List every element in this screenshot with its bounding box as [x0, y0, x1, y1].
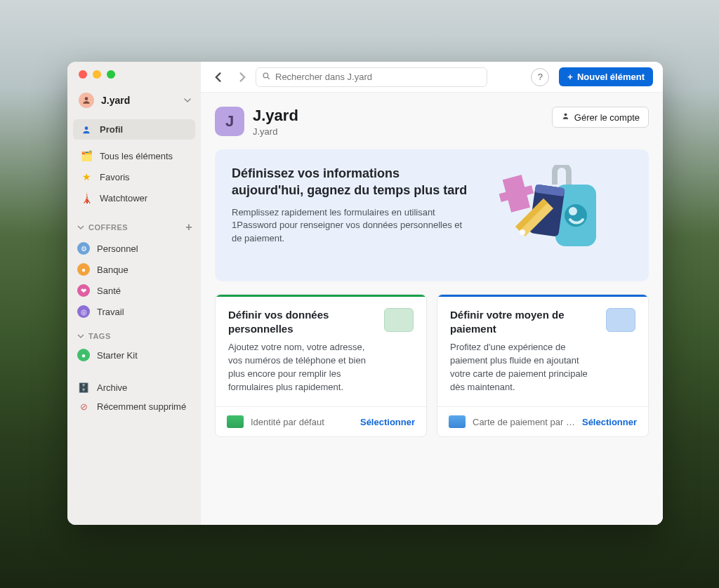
app-window: J.yard Profil 🗂️ Tous les éléments — [67, 62, 663, 525]
sidebar-item-favorites[interactable]: ★ Favoris — [73, 166, 195, 187]
help-icon: ? — [538, 72, 543, 82]
tag-item-starter-kit[interactable]: ● Starter Kit — [67, 345, 201, 366]
content-area: J J.yard J.yard Gérer le compte — [201, 93, 663, 525]
tag-label: Starter Kit — [97, 350, 138, 361]
sidebar-label: Archive — [97, 382, 127, 393]
sidebar-item-profile[interactable]: Profil — [73, 119, 195, 140]
sidebar: J.yard Profil 🗂️ Tous les éléments — [67, 62, 201, 525]
search-field[interactable] — [256, 67, 487, 87]
star-icon: ★ — [80, 171, 93, 182]
vault-item-sante[interactable]: ❤ Santé — [67, 280, 201, 301]
plus-icon: + — [567, 72, 573, 82]
window-controls — [67, 70, 201, 86]
manage-account-button[interactable]: Gérer le compte — [552, 107, 649, 128]
profile-icon — [80, 125, 93, 135]
vaults-section-header[interactable]: COFFRES + — [67, 211, 201, 238]
svg-point-0 — [85, 97, 88, 100]
vault-item-banque[interactable]: ● Banque — [67, 259, 201, 280]
info-banner: Définissez vos informations aujourd'hui,… — [215, 149, 649, 281]
fullscreen-window-button[interactable] — [107, 70, 115, 79]
banner-body: Remplissez rapidement les formulaires en… — [232, 206, 470, 246]
tag-icon: ● — [77, 349, 90, 361]
close-window-button[interactable] — [79, 70, 87, 79]
vault-icon: ● — [77, 263, 90, 276]
page-subtitle: J.yard — [253, 126, 298, 137]
vault-label: Banque — [97, 265, 128, 275]
chevron-down-icon — [77, 224, 84, 231]
section-head-label: COFFRES — [88, 223, 128, 232]
minimize-window-button[interactable] — [93, 70, 101, 79]
chevron-down-icon — [184, 95, 191, 106]
sidebar-label: Watchtower — [100, 193, 147, 203]
select-identity-button[interactable]: Sélectionner — [360, 417, 415, 427]
account-switcher[interactable]: J.yard — [67, 86, 201, 116]
vault-icon: ❤ — [77, 284, 90, 297]
setup-cards: Définir vos données personnelles Ajoutez… — [215, 294, 649, 437]
sidebar-label: Tous les éléments — [100, 151, 173, 161]
toolbar: ? + Nouvel élément — [201, 62, 663, 93]
svg-point-3 — [564, 113, 567, 116]
profile-avatar: J — [215, 107, 244, 136]
nav-forward-button[interactable] — [233, 69, 250, 86]
sidebar-item-watchtower[interactable]: 🗼 Watchtower — [73, 187, 195, 208]
vault-item-personnel[interactable]: ⚙ Personnel — [67, 238, 201, 259]
nav-back-button[interactable] — [211, 69, 227, 86]
sidebar-label: Récemment supprimé — [97, 401, 186, 412]
list-icon: 🗂️ — [80, 150, 93, 161]
search-icon — [262, 72, 271, 83]
vault-icon: ◎ — [77, 305, 90, 318]
credit-card-icon — [449, 415, 466, 428]
vault-label: Personnel — [97, 243, 138, 254]
watchtower-icon: 🗼 — [80, 192, 93, 203]
vault-icon: ⚙ — [77, 242, 90, 255]
new-item-label: Nouvel élément — [577, 72, 645, 82]
sidebar-label: Favoris — [100, 172, 130, 182]
manage-account-label: Gérer le compte — [574, 112, 640, 123]
sidebar-item-recently-deleted[interactable]: ⊘ Récemment supprimé — [67, 397, 201, 416]
vault-item-travail[interactable]: ◎ Travail — [67, 301, 201, 322]
card-title: Définir vos données personnelles — [228, 308, 377, 335]
main-panel: ? + Nouvel élément J J.yard J.yard — [201, 62, 663, 525]
vault-label: Santé — [97, 286, 121, 296]
account-name: J.yard — [101, 95, 130, 106]
chevron-down-icon — [77, 333, 84, 340]
vault-label: Travail — [97, 307, 124, 317]
section-head-label: TAGS — [88, 332, 111, 340]
svg-point-9 — [520, 229, 525, 235]
card-footer-label: Identité par défaut — [251, 417, 353, 427]
identity-card-icon — [384, 308, 414, 332]
help-button[interactable]: ? — [531, 68, 549, 86]
wallet-icon — [606, 308, 635, 332]
new-item-button[interactable]: + Nouvel élément — [559, 67, 653, 86]
sidebar-label: Profil — [100, 124, 123, 135]
card-payment-method: Définir votre moyen de paiement Profitez… — [437, 294, 649, 437]
card-body-text: Profitez d'une expérience de paiement pl… — [450, 341, 599, 394]
sidebar-item-archive[interactable]: 🗄️ Archive — [67, 378, 201, 397]
identity-icon — [227, 415, 244, 428]
banner-illustration — [482, 165, 615, 266]
person-icon — [561, 112, 570, 123]
svg-point-6 — [569, 207, 577, 215]
add-vault-button[interactable]: + — [185, 221, 192, 234]
card-title: Définir votre moyen de paiement — [450, 308, 599, 335]
card-footer-label: Carte de paiement par déf… — [473, 417, 575, 427]
select-payment-button[interactable]: Sélectionner — [582, 417, 637, 427]
card-body-text: Ajoutez votre nom, votre adresse, vos nu… — [228, 341, 377, 394]
page-header: J J.yard J.yard Gérer le compte — [215, 107, 649, 137]
card-personal-data: Définir vos données personnelles Ajoutez… — [215, 294, 427, 437]
trash-icon: ⊘ — [77, 401, 90, 412]
archive-icon: 🗄️ — [77, 382, 90, 393]
search-input[interactable] — [275, 72, 481, 82]
tags-section-header[interactable]: TAGS — [67, 322, 201, 345]
banner-title: Définissez vos informations aujourd'hui,… — [232, 165, 470, 199]
account-avatar-icon — [79, 93, 94, 108]
page-title: J.yard — [253, 107, 298, 125]
desktop-background: J.yard Profil 🗂️ Tous les éléments — [0, 0, 719, 588]
sidebar-item-all-items[interactable]: 🗂️ Tous les éléments — [73, 145, 195, 166]
avatar-initial: J — [225, 112, 234, 131]
svg-point-1 — [85, 126, 88, 130]
svg-point-2 — [263, 73, 268, 78]
